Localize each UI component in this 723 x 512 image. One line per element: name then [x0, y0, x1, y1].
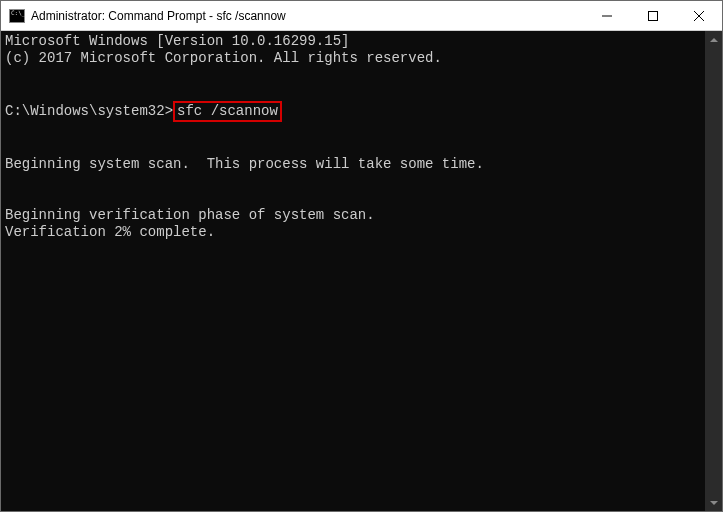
verification-phase-message: Beginning verification phase of system s…: [5, 207, 375, 223]
minimize-button[interactable]: [584, 1, 630, 30]
command-text: sfc /scannow: [177, 103, 278, 119]
window-controls: [584, 1, 722, 30]
copyright-line: (c) 2017 Microsoft Corporation. All righ…: [5, 50, 442, 66]
scroll-down-arrow[interactable]: [705, 494, 722, 511]
scroll-up-arrow[interactable]: [705, 31, 722, 48]
console-output[interactable]: Microsoft Windows [Version 10.0.16299.15…: [1, 31, 705, 511]
close-button[interactable]: [676, 1, 722, 30]
svg-marker-5: [710, 501, 718, 505]
svg-marker-4: [710, 38, 718, 42]
console-area: Microsoft Windows [Version 10.0.16299.15…: [1, 31, 722, 511]
vertical-scrollbar[interactable]: [705, 31, 722, 511]
progress-message: Verification 2% complete.: [5, 224, 215, 240]
version-line: Microsoft Windows [Version 10.0.16299.15…: [5, 33, 349, 49]
cmd-icon: [9, 9, 25, 23]
svg-rect-1: [649, 11, 658, 20]
prompt-text: C:\Windows\system32>: [5, 103, 173, 119]
window-title: Administrator: Command Prompt - sfc /sca…: [31, 9, 584, 23]
scroll-track[interactable]: [705, 48, 722, 494]
command-prompt-window: Administrator: Command Prompt - sfc /sca…: [0, 0, 723, 512]
command-highlight: sfc /scannow: [173, 101, 282, 122]
titlebar[interactable]: Administrator: Command Prompt - sfc /sca…: [1, 1, 722, 31]
maximize-button[interactable]: [630, 1, 676, 30]
scan-start-message: Beginning system scan. This process will…: [5, 156, 484, 172]
